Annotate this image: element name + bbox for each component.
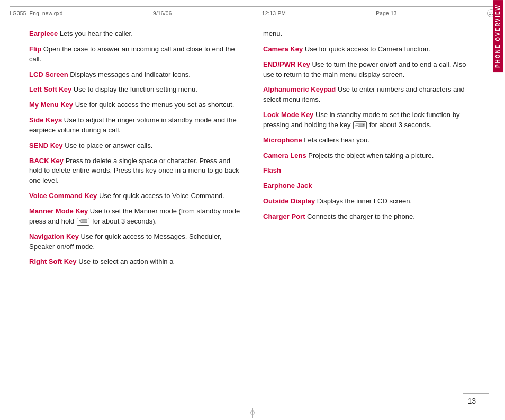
right-entry-1: Camera Key Use for quick access to Camer… xyxy=(263,44,476,55)
left-entry-0: Earpiece Lets you hear the caller. xyxy=(29,29,242,39)
page-container: LG355_Eng_new.qxd 9/16/06 12:13 PM Page … xyxy=(0,0,505,420)
left-column: Earpiece Lets you hear the caller.Flip O… xyxy=(29,29,242,391)
entry-label: Alphanumeric Keypad xyxy=(263,85,336,93)
page-number: 13 xyxy=(467,397,476,405)
entry-label: Voice Command Key xyxy=(29,192,97,200)
entry-label: Camera Key xyxy=(263,45,303,53)
entry-text: Open the case to answer an incoming call… xyxy=(29,45,235,63)
right-entry-2: END/PWR Key Use to turn the power on/off… xyxy=(263,60,476,80)
bottom-divider xyxy=(463,393,489,394)
entry-label: Navigation Key xyxy=(29,233,79,240)
entry-label: Microphone xyxy=(263,136,302,144)
left-entry-1: Flip Open the case to answer an incoming… xyxy=(29,44,242,65)
entry-label: Charger Port xyxy=(263,212,305,220)
entry-label: Flash xyxy=(263,166,281,174)
left-entry-10: Navigation Key Use for quick access to M… xyxy=(29,232,242,252)
entry-label: Left Soft Key xyxy=(29,85,71,93)
left-entry-3: Left Soft Key Use to display the functio… xyxy=(29,85,242,95)
entry-label: Lock Mode Key xyxy=(263,111,313,119)
right-entry-5: Microphone Lets callers hear you. xyxy=(263,136,476,146)
entry-label: BACK Key xyxy=(29,157,64,165)
entry-label: Flip xyxy=(29,45,41,53)
entry-text: Lets callers hear you. xyxy=(302,136,369,144)
entry-label: END/PWR Key xyxy=(263,60,310,68)
entry-label: Earpiece xyxy=(29,30,58,38)
entry-label: My Menu Key xyxy=(29,101,73,109)
entry-text: Connects the charger to the phone. xyxy=(305,212,414,220)
right-entry-9: Outside Display Displays the inner LCD s… xyxy=(263,196,476,207)
entry-text: Projects the object when taking a pictur… xyxy=(306,151,434,159)
entry-label: Camera Lens xyxy=(263,151,306,159)
entry-label: Side Keys xyxy=(29,116,62,124)
right-entry-0: menu. xyxy=(263,29,476,39)
left-entry-6: SEND Key Use to place or answer calls. xyxy=(29,141,242,151)
left-entry-9: Manner Mode Key Use to set the Manner mo… xyxy=(29,207,242,227)
entry-text: Use to display the function setting menu… xyxy=(71,85,197,93)
right-entry-3: Alphanumeric Keypad Use to enter numbers… xyxy=(263,85,476,105)
header-time: 12:13 PM xyxy=(262,11,286,16)
entry-label: LCD Screen xyxy=(29,70,68,78)
left-entry-11: Right Soft Key Use to select an action w… xyxy=(29,257,242,267)
entry-text: Lets you hear the caller. xyxy=(58,30,133,38)
right-entry-6: Camera Lens Projects the object when tak… xyxy=(263,151,476,161)
left-entry-8: Voice Command Key Use for quick access t… xyxy=(29,191,242,201)
corner-mark-bl-h xyxy=(10,405,28,405)
right-entry-4: Lock Mode Key Use in standby mode to set… xyxy=(263,110,476,130)
entry-text: Use for quick access to Camera function. xyxy=(303,45,430,53)
header-filename: LG355_Eng_new.qxd xyxy=(10,11,63,16)
left-entry-5: Side Keys Use to adjust the ringer volum… xyxy=(29,115,242,136)
key-icon: *⌨ xyxy=(77,218,90,226)
header-bar: LG355_Eng_new.qxd 9/16/06 12:13 PM Page … xyxy=(10,6,495,17)
header-label: Page 13 xyxy=(376,11,396,16)
header-date: 9/16/06 xyxy=(153,11,172,16)
entry-text: Displays messages and indicator icons. xyxy=(68,70,191,78)
entry-text: Use to place or answer calls. xyxy=(63,141,153,149)
entry-text: Displays the inner LCD screen. xyxy=(315,197,412,205)
entry-label: Outside Display xyxy=(263,197,315,205)
entry-text: Use to select an action within a xyxy=(77,257,174,265)
left-entry-4: My Menu Key Use for quick access the men… xyxy=(29,100,242,110)
left-entry-2: LCD Screen Displays messages and indicat… xyxy=(29,70,242,80)
key-icon: #⌨ xyxy=(353,121,367,129)
corner-mark-bl-v xyxy=(10,392,10,410)
right-entry-10: Charger Port Connects the charger to the… xyxy=(263,212,476,222)
right-entry-7: Flash xyxy=(263,166,476,176)
entry-text: Use for quick access to Voice Command. xyxy=(97,192,224,200)
sidebar: PHONE OVERVIEW xyxy=(490,0,505,420)
right-column: menu.Camera Key Use for quick access to … xyxy=(263,29,476,391)
entry-text: menu. xyxy=(263,30,282,38)
entry-label: Right Soft Key xyxy=(29,257,77,265)
left-entry-7: BACK Key Press to delete a single space … xyxy=(29,156,242,186)
sidebar-label: PHONE OVERVIEW xyxy=(493,0,503,72)
right-entry-8: Earphone Jack xyxy=(263,181,476,191)
entry-label: Earphone Jack xyxy=(263,182,312,190)
entry-label: SEND Key xyxy=(29,141,63,149)
entry-label: Manner Mode Key xyxy=(29,207,88,215)
entry-text: Use for quick access the menus you set a… xyxy=(73,101,234,109)
main-content: Earpiece Lets you hear the caller.Flip O… xyxy=(29,29,476,391)
